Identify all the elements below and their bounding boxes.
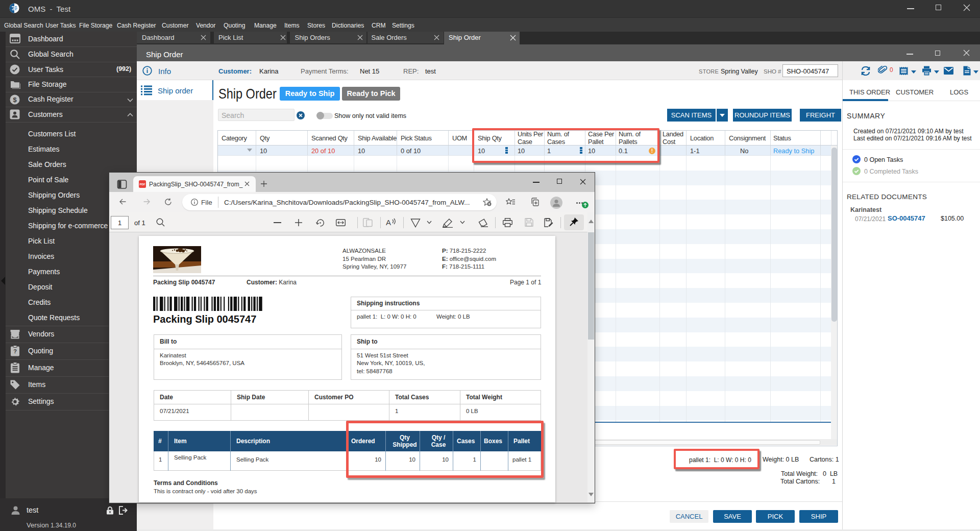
svg-text:$: $ xyxy=(13,96,17,104)
svg-text:?: ? xyxy=(13,348,17,354)
svg-text:A: A xyxy=(386,218,391,227)
